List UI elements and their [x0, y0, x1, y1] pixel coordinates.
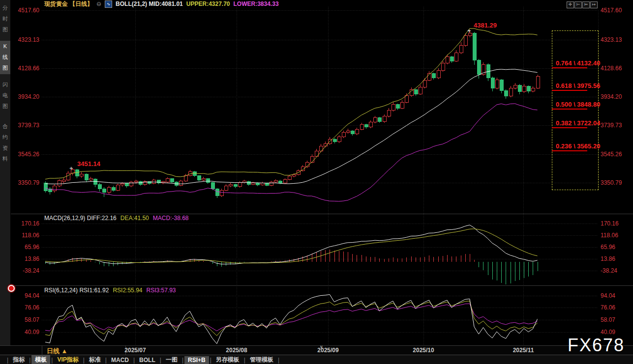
toolbar-item-管理模板[interactable]: 管理模板	[246, 355, 277, 364]
fib-level: 0.618 \ 3975.56	[552, 82, 598, 91]
macd-axis-label: 65.96	[9, 244, 39, 251]
toolbar-separator: |	[132, 357, 136, 364]
month-label: 2025/11	[504, 347, 543, 354]
rsi-axis-label: 40.09	[9, 329, 39, 336]
toolbar-separator: |	[6, 357, 9, 364]
hot-indicator-icon[interactable]	[9, 286, 14, 291]
macd-histogram	[46, 250, 538, 284]
swing-price-label: 3451.14	[77, 160, 100, 168]
toolbar-item-BOLL[interactable]: BOLL	[136, 356, 159, 364]
rsi-axis-label: 58.07	[601, 316, 632, 323]
price-axis-label: 4323.13	[9, 36, 39, 43]
peak-price-label: 4381.29	[474, 22, 497, 29]
fib-level-label: 0.764 \ 4132.40	[552, 59, 598, 67]
toolbar-separator: |	[209, 357, 212, 364]
toolbar-separator: |	[243, 357, 246, 364]
fib-level-label: 0.618 \ 3975.56	[552, 82, 598, 89]
main-chart-header: 现货黄金 【日线】 ⊖ ∿ BOLL(21,2) MID:4081.01 UPP…	[44, 0, 279, 7]
toolbar-item-另存模板[interactable]: 另存模板	[212, 355, 243, 364]
rsi3-value: RSI3:57.93	[146, 287, 176, 294]
price-axis-label: 3934.20	[601, 93, 632, 100]
panel-separator	[11, 214, 633, 214]
swing-marker-icon: +	[69, 165, 73, 172]
price-axis-label: 4128.66	[601, 65, 632, 72]
price-axis-label: 3350.79	[9, 179, 39, 186]
fib-level-label: 0.500 \ 3848.80	[552, 101, 598, 108]
price-axis-label: 3545.26	[9, 151, 39, 158]
toolbar-item-一图[interactable]: 一图	[162, 355, 181, 364]
fib-level-label: 0.236 \ 3565.20	[552, 142, 598, 150]
toolbar-separator: |	[28, 357, 31, 364]
fibonacci-retracement-box[interactable]	[552, 30, 599, 190]
chart-canvas[interactable]	[0, 0, 633, 364]
toolbar-item-标准[interactable]: 标准	[86, 355, 104, 364]
peak-marker-icon: +	[467, 27, 471, 34]
fib-level-line	[552, 67, 587, 68]
toolbar-item-指标[interactable]: 指标	[9, 355, 28, 364]
macd-axis-label: -38.24	[601, 267, 632, 274]
toolbar-item-RSI+B[interactable]: RSI+B	[184, 356, 209, 364]
boll-lower-value: LOWER:3834.33	[234, 0, 279, 7]
month-label: 2025/10	[404, 347, 443, 354]
toolbar-item-模板[interactable]: 模板	[31, 355, 50, 364]
fib-level-line	[552, 109, 587, 110]
axis-right-icon[interactable]: ⊨	[582, 1, 590, 8]
month-label: 2025/09	[308, 347, 348, 354]
price-axis-label: 3739.73	[9, 122, 39, 129]
macd-header: MACD(26,12,9) DIFF:22.16 DEA:41.50 MACD:…	[44, 215, 189, 222]
price-axis-label: 3739.73	[601, 122, 632, 129]
crosshair-icon[interactable]: ✛	[567, 1, 574, 8]
trading-app-window: 分 时 图K 线 图闪 电 图合 约 资 料 现货黄金 【日线】 ⊖ ∿ BOL…	[0, 0, 633, 364]
fib-level-label: 0.382 \ 3722.04	[552, 119, 598, 127]
price-axis-label: 4323.13	[601, 36, 632, 43]
fib-level-line	[552, 127, 587, 128]
macd-axis-label: 118.06	[9, 232, 39, 239]
fib-level-line	[552, 150, 587, 151]
price-axis-label: 4517.60	[601, 7, 632, 14]
export-icon[interactable]: ↦	[590, 1, 598, 8]
price-axis-label: 3545.26	[601, 151, 632, 158]
toolbar-separator: |	[104, 357, 108, 364]
collapse-icon[interactable]: ⊖	[96, 0, 101, 7]
boll-params: BOLL(21,2) MID:4081.01	[116, 0, 183, 7]
toolbar-separator: |	[181, 357, 184, 364]
rsi2-line	[45, 301, 538, 336]
rsi-axis-label: 94.04	[9, 292, 39, 299]
price-axis-label: 3350.79	[601, 179, 632, 186]
price-axis-label: 4517.60	[9, 7, 39, 14]
axis-left-icon[interactable]: ⊢	[574, 1, 582, 8]
macd-axis-label: 170.16	[9, 220, 39, 227]
rsi-axis-label: 58.07	[9, 316, 39, 323]
symbol-title: 现货黄金	[44, 0, 68, 8]
macd-axis-label: 13.86	[601, 255, 632, 262]
toolbar-separator: |	[277, 357, 280, 364]
fx678-watermark: FX678	[568, 335, 625, 356]
fib-level: 0.500 \ 3848.80	[552, 101, 598, 110]
candlestick-series	[44, 30, 540, 198]
dea-value: DEA:41.50	[121, 215, 149, 222]
chart-icon: ∿	[105, 0, 112, 8]
boll-upper-line	[45, 28, 538, 179]
fib-level: 0.236 \ 3565.20	[552, 142, 598, 151]
price-axis-label: 3934.20	[9, 93, 39, 100]
macd-axis-label: 13.86	[9, 255, 39, 262]
date-axis: 日线 ▲ ∨ 2025/072025/082025/092025/102025/…	[0, 345, 633, 355]
rsi-header: RSI(6,12,24) RSI1:61.92 RSI2:55.94 RSI3:…	[44, 287, 176, 294]
macd-diff-line	[45, 225, 538, 264]
macd-value: MACD:-38.68	[153, 215, 189, 222]
rsi-axis-label: 40.09	[601, 329, 632, 336]
fib-level: 0.764 \ 4132.40	[552, 59, 598, 68]
panel-separator	[11, 285, 633, 286]
toolbar-separator: |	[82, 357, 86, 364]
boll-upper-value: UPPER:4327.70	[186, 0, 230, 7]
toolbar-item-VIP指标[interactable]: VIP指标	[54, 355, 82, 364]
month-label: 2025/07	[116, 347, 155, 354]
fib-level: 0.382 \ 3722.04	[552, 119, 598, 128]
macd-axis-label: 118.06	[601, 232, 632, 239]
rsi-axis-label: 94.04	[601, 292, 632, 299]
rsi2-value: RSI2:55.94	[113, 287, 142, 294]
price-axis-label: 4128.66	[9, 65, 39, 72]
toolbar-item-MACD[interactable]: MACD	[108, 356, 132, 364]
macd-axis-label: 65.96	[601, 244, 632, 251]
toolbar-separator: |	[50, 357, 54, 364]
